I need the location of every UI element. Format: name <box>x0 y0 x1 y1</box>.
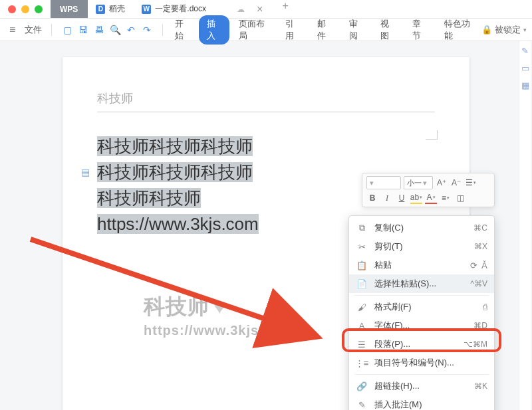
menu-label: 复制(C) <box>374 222 467 234</box>
shortcut: ⌘D <box>473 321 487 330</box>
menu-hyperlink[interactable]: 🔗 超链接(H)... ⌘K <box>349 377 494 395</box>
ribbon-tab-chapter[interactable]: 章节 <box>404 15 435 45</box>
side-icon: ⎙ <box>483 302 487 312</box>
shortcut: ⌘K <box>474 381 487 391</box>
separator <box>51 24 52 36</box>
menu-format-painter[interactable]: 🖌 格式刷(F) ⎙ <box>349 298 494 316</box>
header-rule <box>97 112 435 112</box>
menu-separator <box>354 374 489 375</box>
menu-comment[interactable]: ✎ 插入批注(M) <box>349 395 494 410</box>
file-menu[interactable]: 文件 <box>19 24 47 36</box>
tab-daoke[interactable]: D 稻壳 <box>88 0 134 18</box>
tab-wps[interactable]: WPS <box>51 0 88 18</box>
shortcut: ^⌘V <box>470 279 487 288</box>
chevron-down-icon: ▾ <box>523 27 527 33</box>
hamburger-icon[interactable]: ≡ <box>5 24 19 36</box>
copy-icon: ⧉ <box>356 222 368 234</box>
shortcut: ⌘X <box>474 242 487 251</box>
comment-icon: ✎ <box>356 399 368 410</box>
minimize-window[interactable] <box>21 5 29 13</box>
toolbar: ≡ 文件 ▢ 🖫 🖶 🔍 ↶ ↷ 开始 插入 页面布局 引用 邮件 审阅 视图 … <box>0 19 532 41</box>
ribbon-tab-special[interactable]: 特色功能 <box>436 15 481 45</box>
pencil-icon[interactable]: ✎ <box>520 45 531 56</box>
open-icon[interactable]: ▢ <box>60 23 74 37</box>
bold-button[interactable]: B <box>366 192 378 204</box>
bucket-icon[interactable]: ◫ <box>454 192 466 204</box>
undo-icon[interactable]: ↶ <box>124 23 138 37</box>
highlight-button[interactable]: ab▾ <box>410 192 422 204</box>
align-button[interactable]: ≡▾ <box>440 192 452 204</box>
menu-label: 插入批注(M) <box>374 399 487 410</box>
grid-icon[interactable]: ▦ <box>520 80 531 90</box>
menu-separator <box>354 295 489 296</box>
clipboard-icon: 📋 <box>356 259 368 271</box>
word-icon: W <box>142 5 151 14</box>
maximize-window[interactable] <box>35 5 43 13</box>
redo-icon[interactable]: ↷ <box>140 23 154 37</box>
underline-button[interactable]: U <box>396 192 408 204</box>
separator <box>162 24 163 36</box>
menu-font[interactable]: A 字体(F)... ⌘D <box>349 316 494 335</box>
close-tab-icon[interactable]: × <box>251 3 268 15</box>
paste-options: ⟳Ǎ <box>470 260 487 270</box>
quick-access-toolbar: ▢ 🖫 🖶 🔍 ↶ ↷ <box>56 23 158 37</box>
daoke-icon: D <box>96 5 105 14</box>
cloud-icon: ☁ <box>237 5 245 14</box>
menu-label: 格式刷(F) <box>374 301 476 313</box>
ribbon-tabs: 开始 插入 页面布局 引用 邮件 审阅 视图 章节 特色功能 <box>167 15 481 45</box>
tab-label: 稻壳 <box>109 3 125 15</box>
brush-icon: 🖌 <box>356 301 368 313</box>
menu-copy[interactable]: ⧉ 复制(C) ⌘C <box>349 219 494 237</box>
ribbon-tab-start[interactable]: 开始 <box>167 15 198 45</box>
menu-label: 字体(F)... <box>374 320 467 332</box>
header-corner-mark <box>426 130 438 140</box>
bullets-icon: ⋮≡ <box>356 357 368 369</box>
menu-paste-special[interactable]: 📄 选择性粘贴(S)... ^⌘V <box>349 274 494 293</box>
ribbon-tab-review[interactable]: 审阅 <box>341 15 372 45</box>
ribbon-tab-mail[interactable]: 邮件 <box>309 15 340 45</box>
shortcut: ⌥⌘M <box>464 340 487 349</box>
print-preview-icon[interactable]: 🔍 <box>108 23 122 37</box>
mini-toolbar: ▾ 小一▾ A⁺ A⁻ ☰▾ B I U ab▾ A▾ ≡▾ ◫ <box>362 173 495 207</box>
font-size-select[interactable]: 小一▾ <box>404 176 433 189</box>
save-icon[interactable]: 🖫 <box>76 23 90 37</box>
side-panel: ✎ ▭ ▦ <box>519 41 531 410</box>
lock-label: 被锁定 <box>495 24 521 36</box>
context-menu: ⧉ 复制(C) ⌘C ✂ 剪切(T) ⌘X 📋 粘贴 ⟳Ǎ 📄 选择性粘贴(S)… <box>348 215 495 410</box>
menu-label: 剪切(T) <box>374 241 467 253</box>
card-icon[interactable]: ▭ <box>520 62 531 73</box>
menu-paragraph[interactable]: ☰ 段落(P)... ⌥⌘M <box>349 335 494 354</box>
menu-label: 段落(P)... <box>374 338 457 350</box>
list-icon[interactable]: ☰▾ <box>465 177 477 189</box>
link-icon: 🔗 <box>356 380 368 392</box>
paragraph-icon: ☰ <box>356 338 368 350</box>
text-line[interactable]: 科技师科技师科技师 <box>97 134 435 159</box>
page-header: 科技师 <box>97 90 435 106</box>
ribbon-tab-layout[interactable]: 页面布局 <box>231 15 276 45</box>
font-icon: A <box>356 320 368 332</box>
tab-label: 一定要看.docx <box>155 3 206 15</box>
close-window[interactable] <box>8 5 16 13</box>
ribbon-tab-view[interactable]: 视图 <box>372 15 403 45</box>
menu-label: 超链接(H)... <box>374 380 467 392</box>
font-color-button[interactable]: A▾ <box>425 192 437 204</box>
paragraph-mark-icon: ▤ <box>81 167 92 177</box>
menu-bullets[interactable]: ⋮≡ 项目符号和编号(N)... <box>349 354 494 372</box>
lock-status[interactable]: 🔒 被锁定 ▾ <box>481 24 527 36</box>
ribbon-tab-reference[interactable]: 引用 <box>277 15 308 45</box>
decrease-font-icon[interactable]: A⁻ <box>450 177 462 189</box>
paste-special-icon: 📄 <box>356 278 368 290</box>
window-controls <box>0 5 51 13</box>
font-select[interactable]: ▾ <box>366 176 401 189</box>
menu-label: 选择性粘贴(S)... <box>374 278 464 290</box>
print-icon[interactable]: 🖶 <box>92 23 106 37</box>
shortcut: ⌘C <box>473 223 487 233</box>
scissors-icon: ✂ <box>356 241 368 253</box>
menu-cut[interactable]: ✂ 剪切(T) ⌘X <box>349 237 494 256</box>
menu-label: 项目符号和编号(N)... <box>374 357 487 369</box>
menu-paste[interactable]: 📋 粘贴 ⟳Ǎ <box>349 256 494 274</box>
ribbon-tab-insert[interactable]: 插入 <box>199 15 229 45</box>
italic-button[interactable]: I <box>381 192 393 204</box>
lock-icon: 🔒 <box>481 25 492 35</box>
increase-font-icon[interactable]: A⁺ <box>436 177 448 189</box>
